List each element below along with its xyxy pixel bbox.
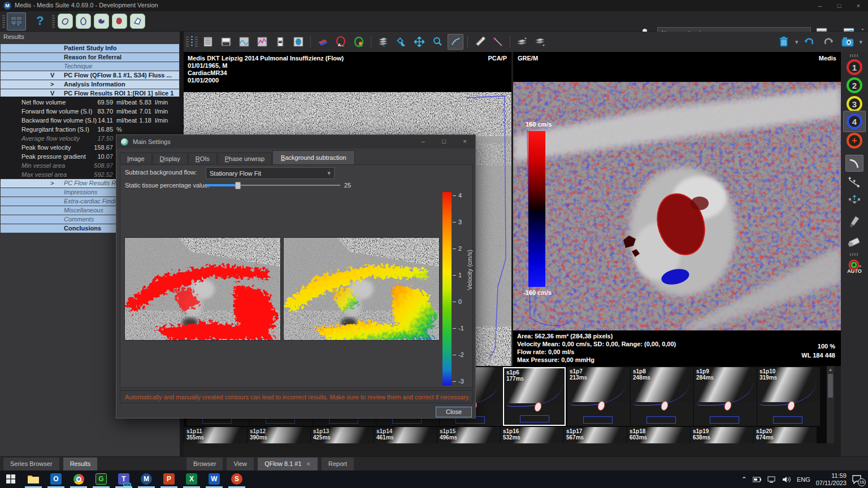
app-icon-flow[interactable] xyxy=(94,14,109,29)
delete-dropdown[interactable]: ▾ xyxy=(795,38,798,46)
toolbar-grip[interactable] xyxy=(2,15,5,28)
close-button[interactable]: Close xyxy=(436,407,472,417)
thumbnail-scrollbar[interactable]: ▲ xyxy=(827,366,834,443)
thumbnail-s1p19[interactable]: s1p19638ms xyxy=(691,427,753,443)
taskbar-teams[interactable]: TNEW xyxy=(116,472,131,486)
thumbnail-s1p16[interactable]: s1p16532ms xyxy=(501,427,563,443)
tab-rois[interactable]: ROIs xyxy=(188,152,217,164)
report-view-button[interactable] xyxy=(200,34,216,50)
tab-phase-unwrap[interactable]: Phase unwrap xyxy=(218,152,272,164)
tab-results[interactable]: Results xyxy=(63,457,98,470)
subtract-flow-combo[interactable]: Stationary Flow Fit ▾ xyxy=(206,167,335,179)
film-vertical-button[interactable] xyxy=(272,34,288,50)
arc-tool-button[interactable] xyxy=(845,155,863,172)
toolbar-grip-2[interactable] xyxy=(52,15,55,28)
help-button[interactable]: ? xyxy=(33,14,47,29)
taskbar-powerpoint[interactable]: P xyxy=(162,472,176,486)
thumbnail-s1p12[interactable]: s1p12390ms xyxy=(248,427,310,443)
app-icon-heart[interactable] xyxy=(112,14,127,29)
tab-display[interactable]: Display xyxy=(153,152,188,164)
tab-close-icon[interactable]: ✕ xyxy=(306,461,311,467)
tab-background-subtraction[interactable]: Background subtraction xyxy=(272,150,355,164)
section-patient-study-info[interactable]: Patient Study Info xyxy=(1,44,179,53)
start-button[interactable] xyxy=(3,472,18,486)
taskbar-excel[interactable]: X xyxy=(184,472,199,486)
taskbar-word[interactable]: W xyxy=(207,472,222,486)
scroll-up-arrow[interactable]: ▲ xyxy=(827,366,834,373)
app-icon-mv[interactable] xyxy=(76,14,91,29)
thumbnail-s1p10[interactable]: s1p10319ms xyxy=(757,367,820,426)
layer-forward-button[interactable] xyxy=(514,34,530,50)
auto-contour-button[interactable]: ▾ AUTO xyxy=(843,259,866,279)
grip[interactable] xyxy=(195,37,198,47)
thumbnail-s1p17[interactable]: s1p17567ms xyxy=(564,427,627,443)
taskbar-app-red[interactable]: S xyxy=(229,472,244,486)
dialog-title-bar[interactable]: Main Settings – □ × xyxy=(116,135,475,149)
layout-button[interactable] xyxy=(7,12,26,30)
thumbnail-s1p6[interactable]: s1p6177ms xyxy=(503,367,566,426)
roi-1-button[interactable]: 1 xyxy=(847,59,862,75)
thumbnail-s1p11[interactable]: s1p11355ms xyxy=(184,427,247,443)
roi-3-button[interactable]: 3 xyxy=(847,96,862,112)
ruler-button[interactable] xyxy=(472,34,488,50)
thumbnail-s1p15[interactable]: s1p15496ms xyxy=(437,427,500,443)
taskbar-outlook[interactable]: O xyxy=(49,472,63,486)
section-technique[interactable]: Technique xyxy=(1,62,179,71)
magnitude-image-canvas[interactable] xyxy=(513,82,841,330)
eraser-tool-button[interactable] xyxy=(845,233,863,250)
zoom-button[interactable] xyxy=(429,34,445,50)
thumbnail-s1p13[interactable]: s1p13425ms xyxy=(311,427,374,443)
brush-tool-button[interactable] xyxy=(845,213,863,230)
tab-qflow[interactable]: QFlow 8.1 #1✕ xyxy=(258,457,318,470)
tab-report[interactable]: Report xyxy=(322,457,354,470)
notification-center-icon[interactable]: 16 xyxy=(852,475,862,484)
graph-button[interactable] xyxy=(254,34,270,50)
pan-button[interactable] xyxy=(411,34,427,50)
filmstrip-view-button[interactable] xyxy=(218,34,234,50)
battery-icon[interactable] xyxy=(753,477,762,482)
close-button[interactable]: × xyxy=(849,0,868,11)
edit-points-button[interactable] xyxy=(448,34,463,50)
viewport-magnitude-image[interactable]: GRE/M Medis 160 cm/s -160 cm/s Area: 562… xyxy=(513,52,841,366)
ellipse-tool-button[interactable] xyxy=(290,34,306,50)
reformat-plane-button[interactable] xyxy=(315,34,331,50)
taskbar-medis[interactable]: M xyxy=(139,472,154,486)
scrollbar-thumb[interactable] xyxy=(828,374,833,398)
taskbar-clock[interactable]: 11:59 07/11/2023 xyxy=(816,472,847,487)
spline-tool-button[interactable]: +++ xyxy=(845,174,863,191)
tab-series-browser[interactable]: Series Browser xyxy=(3,457,59,470)
language-indicator[interactable]: ENG xyxy=(797,476,810,483)
delete-button[interactable] xyxy=(776,34,792,50)
window-level-button[interactable] xyxy=(393,34,409,50)
flow-curve-button[interactable] xyxy=(236,34,252,50)
network-icon[interactable] xyxy=(767,476,776,483)
add-roi-button[interactable]: + xyxy=(847,133,862,149)
section-reason-for-referral[interactable]: Reason for Referral xyxy=(1,53,179,62)
thumbnail-s1p9[interactable]: s1p9284ms xyxy=(694,367,757,426)
section-pc-flow[interactable]: VPC Flow (QFlow 8.1 #1, S34) Fluss ... xyxy=(1,71,179,80)
volume-icon[interactable] xyxy=(782,476,791,483)
grip[interactable] xyxy=(186,37,189,47)
snapshot-dropdown[interactable]: ▾ xyxy=(859,38,862,46)
stack-scroll-button[interactable] xyxy=(375,34,391,50)
snapshot-button[interactable] xyxy=(840,34,856,50)
roi-4-button[interactable]: 4 xyxy=(847,114,862,129)
thumbnail-s1p20[interactable]: s1p20674ms xyxy=(754,427,817,443)
roi-2-button[interactable]: 2 xyxy=(847,77,862,93)
dialog-minimize-button[interactable]: – xyxy=(413,135,433,149)
line-tool-button[interactable] xyxy=(490,34,506,50)
dialog-maximize-button[interactable]: □ xyxy=(433,135,454,149)
layer-backward-button[interactable] xyxy=(532,34,548,50)
tab-view[interactable]: View xyxy=(227,457,254,470)
app-icon-lv[interactable] xyxy=(58,14,73,29)
section-analysis-information[interactable]: >Analysis Information xyxy=(1,80,179,89)
thumbnail-s1p14[interactable]: s1p14461ms xyxy=(374,427,437,443)
slider-handle[interactable] xyxy=(235,182,241,189)
undo-button[interactable] xyxy=(801,34,817,50)
thumbnail-s1p8[interactable]: s1p8248ms xyxy=(631,367,693,426)
grip[interactable] xyxy=(850,253,859,256)
tab-browser[interactable]: Browser xyxy=(186,457,223,470)
taskbar-chrome[interactable] xyxy=(71,472,86,486)
tab-image[interactable]: Image xyxy=(120,152,152,164)
contour-a-button[interactable]: A... xyxy=(333,34,349,50)
